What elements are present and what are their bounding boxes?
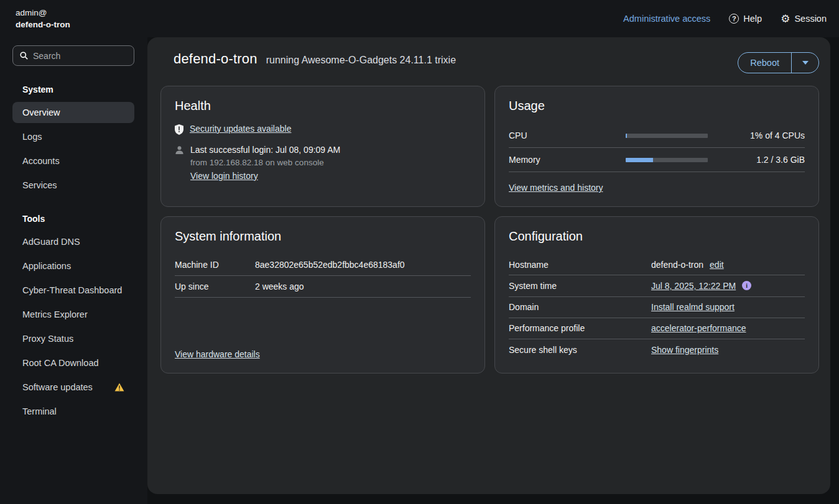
usage-card-title: Usage bbox=[509, 99, 805, 113]
hostname-label: Hostname bbox=[509, 260, 651, 270]
memory-value: 1.2 / 3.6 GiB bbox=[708, 155, 805, 165]
sidebar-item-accounts[interactable]: Accounts bbox=[12, 150, 134, 172]
sidebar-item-adguard-dns[interactable]: AdGuard DNS bbox=[12, 231, 134, 252]
view-login-history-link[interactable]: View login history bbox=[190, 170, 258, 182]
session-label: Session bbox=[794, 14, 827, 24]
system-time-link[interactable]: Jul 8, 2025, 12:22 PM bbox=[651, 281, 736, 291]
machine-id-value: 8ae32802e65b52edb2fbbc4e68183af0 bbox=[255, 260, 405, 270]
hostname-value: defend-o-tron bbox=[651, 260, 703, 270]
sidebar-item-metrics-explorer[interactable]: Metrics Explorer bbox=[12, 304, 134, 325]
system-information-card: System information Machine ID 8ae32802e6… bbox=[160, 216, 485, 373]
masthead: admin@ defend-o-tron Administrative acce… bbox=[0, 0, 839, 37]
performance-profile-label: Performance profile bbox=[509, 323, 651, 333]
search-placeholder: Search bbox=[33, 51, 60, 61]
secure-shell-keys-row: Secure shell keys Show fingerprints bbox=[509, 339, 805, 360]
last-login-text: Last successful login: Jul 08, 09:09 AM bbox=[190, 144, 340, 156]
sidebar-item-applications[interactable]: Applications bbox=[12, 255, 134, 277]
domain-label: Domain bbox=[509, 302, 651, 312]
sidebar-item-terminal[interactable]: Terminal bbox=[12, 401, 134, 422]
performance-profile-link[interactable]: accelerator-performance bbox=[651, 323, 746, 333]
user-icon bbox=[175, 145, 184, 155]
cpu-usage-row: CPU 1% of 4 CPUs bbox=[509, 124, 805, 148]
search-icon bbox=[20, 52, 28, 60]
page-title-hostname: defend-o-tron bbox=[174, 51, 257, 67]
sidebar-item-overview[interactable]: Overview bbox=[12, 102, 134, 123]
administrative-access-button[interactable]: Administrative access bbox=[623, 14, 710, 24]
sidebar-item-software-updates[interactable]: Software updates bbox=[12, 377, 134, 398]
page-subtitle-os: running Awesome-O-Gadgets 24.11.1 trixie bbox=[266, 55, 456, 66]
view-metrics-link[interactable]: View metrics and history bbox=[509, 183, 603, 193]
memory-label: Memory bbox=[509, 155, 626, 165]
gear-icon: ⚙ bbox=[781, 14, 790, 24]
configuration-card-title: Configuration bbox=[509, 229, 805, 244]
sidebar-item-logs[interactable]: Logs bbox=[12, 126, 134, 147]
system-information-card-title: System information bbox=[175, 229, 471, 244]
security-updates-link[interactable]: Security updates available bbox=[190, 124, 291, 134]
overview-panel: defend-o-tron running Awesome-O-Gadgets … bbox=[147, 37, 830, 494]
brand-user: admin@ bbox=[16, 7, 70, 19]
nav-section-tools: Tools AdGuard DNS Applications Cyber-Thr… bbox=[0, 210, 147, 422]
show-fingerprints-link[interactable]: Show fingerprints bbox=[651, 345, 718, 355]
machine-id-label: Machine ID bbox=[175, 260, 255, 270]
secure-shell-keys-label: Secure shell keys bbox=[509, 345, 651, 355]
info-icon[interactable]: i bbox=[742, 281, 751, 290]
main-area: defend-o-tron running Awesome-O-Gadgets … bbox=[147, 37, 839, 504]
hostname-row: Hostname defend-o-tron edit bbox=[509, 254, 805, 275]
up-since-row: Up since 2 weeks ago bbox=[175, 276, 471, 298]
sidebar: Search System Overview Logs Accounts Ser… bbox=[0, 37, 147, 504]
nav-section-system: System Overview Logs Accounts Services bbox=[0, 81, 147, 196]
usage-card: Usage CPU 1% of 4 CPUs Memory 1.2 / 3 bbox=[494, 86, 819, 207]
brand: admin@ defend-o-tron bbox=[16, 7, 70, 30]
chevron-down-icon bbox=[802, 61, 809, 65]
reboot-dropdown-toggle[interactable] bbox=[792, 53, 818, 73]
sidebar-item-root-ca-download[interactable]: Root CA Download bbox=[12, 352, 134, 373]
configuration-card: Configuration Hostname defend-o-tron edi… bbox=[494, 216, 819, 373]
sidebar-item-proxy-status[interactable]: Proxy Status bbox=[12, 328, 134, 349]
help-icon: ? bbox=[729, 14, 739, 24]
nav-section-title-system: System bbox=[12, 81, 134, 102]
login-source-text: from 192.168.82.18 on web console bbox=[190, 157, 340, 168]
session-menu[interactable]: ⚙ Session bbox=[781, 14, 827, 24]
health-card: Health Security updates available bbox=[160, 86, 485, 207]
nav-section-title-tools: Tools bbox=[12, 210, 134, 231]
reboot-button[interactable]: Reboot bbox=[738, 53, 791, 73]
cpu-progress-bar bbox=[626, 134, 708, 138]
up-since-value: 2 weeks ago bbox=[255, 282, 304, 291]
performance-profile-row: Performance profile accelerator-performa… bbox=[509, 318, 805, 339]
up-since-label: Up since bbox=[175, 282, 255, 291]
help-label: Help bbox=[743, 14, 762, 24]
health-card-title: Health bbox=[175, 99, 471, 113]
brand-hostname: defend-o-tron bbox=[16, 19, 70, 30]
shield-exclamation-icon bbox=[175, 124, 183, 135]
domain-row: Domain Install realmd support bbox=[509, 297, 805, 318]
search-input[interactable]: Search bbox=[12, 45, 134, 66]
install-realmd-link[interactable]: Install realmd support bbox=[651, 302, 735, 312]
cpu-label: CPU bbox=[509, 131, 626, 140]
sidebar-item-services[interactable]: Services bbox=[12, 175, 134, 196]
reboot-split-button: Reboot bbox=[738, 52, 819, 73]
memory-usage-row: Memory 1.2 / 3.6 GiB bbox=[509, 148, 805, 172]
help-menu[interactable]: ? Help bbox=[729, 14, 762, 24]
warning-triangle-icon bbox=[114, 383, 124, 392]
cpu-value: 1% of 4 CPUs bbox=[708, 131, 805, 140]
system-time-label: System time bbox=[509, 281, 651, 291]
view-hardware-details-link[interactable]: View hardware details bbox=[175, 349, 260, 359]
sidebar-item-cyber-threat-dashboard[interactable]: Cyber-Threat Dashboard bbox=[12, 280, 134, 301]
machine-id-row: Machine ID 8ae32802e65b52edb2fbbc4e68183… bbox=[175, 254, 471, 276]
hostname-edit-link[interactable]: edit bbox=[710, 260, 724, 270]
system-time-row: System time Jul 8, 2025, 12:22 PM i bbox=[509, 275, 805, 296]
memory-progress-bar bbox=[626, 158, 708, 162]
